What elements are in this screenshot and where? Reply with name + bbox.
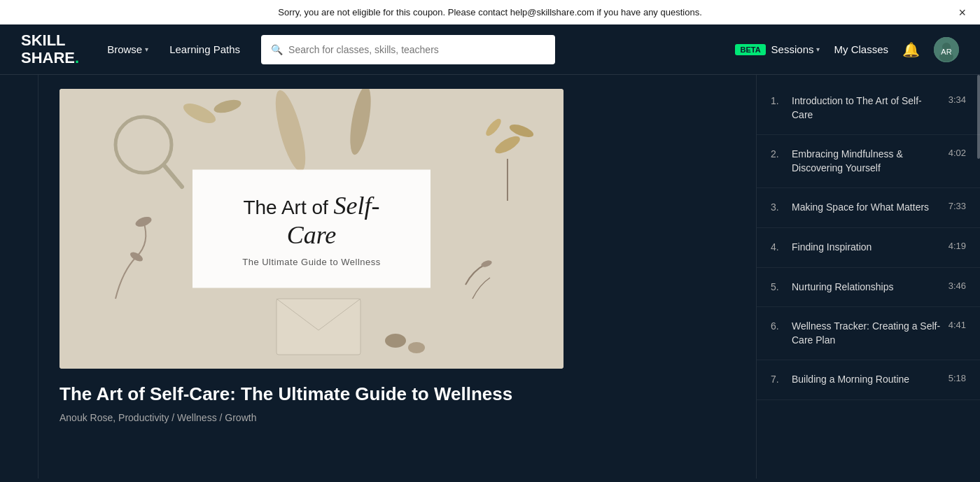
lesson-duration: 5:18: [948, 373, 966, 383]
lesson-title: Wellness Tracker: Creating a Self-Care P…: [792, 320, 941, 347]
lesson-title: Embracing Mindfulness & Discovering Your…: [792, 148, 941, 175]
video-overlay: The Art of Self-Care The Ultimate Guide …: [192, 170, 430, 288]
video-subtitle: The Ultimate Guide to Wellness: [227, 257, 396, 267]
chevron-down-icon: ▾: [816, 45, 820, 53]
video-player[interactable]: The Art of Self-Care The Ultimate Guide …: [59, 89, 564, 369]
lesson-item[interactable]: 3. Making Space for What Matters 7:33: [757, 188, 980, 228]
svg-text:AR: AR: [941, 48, 951, 56]
svg-rect-15: [276, 299, 360, 355]
svg-point-17: [385, 334, 406, 348]
header-right: BETA Sessions ▾ My Classes 🔔 AR: [735, 37, 959, 62]
svg-point-18: [408, 342, 425, 353]
lesson-title: Nurturing Relationships: [792, 281, 941, 295]
lesson-item[interactable]: 7. Building a Morning Routine 5:18: [757, 360, 980, 400]
lesson-number: 3.: [771, 201, 785, 213]
lesson-number: 4.: [771, 241, 785, 253]
nav-browse[interactable]: Browse ▾: [107, 43, 148, 55]
lesson-title: Introduction to The Art of Self-Care: [792, 94, 941, 122]
logo[interactable]: SKILL SHARE.: [21, 32, 79, 66]
course-title: The Art of Self-Care: The Ultimate Guide…: [59, 383, 735, 406]
lesson-duration: 7:33: [948, 201, 966, 211]
chevron-down-icon: ▾: [145, 45, 148, 53]
lesson-duration: 4:02: [948, 148, 966, 158]
lesson-item[interactable]: 4. Finding Inspiration 4:19: [757, 228, 980, 268]
lesson-duration: 3:46: [948, 281, 966, 291]
beta-badge: BETA: [735, 44, 765, 55]
video-title: The Art of Self-Care: [227, 191, 396, 250]
lesson-number: 5.: [771, 281, 785, 292]
video-thumbnail: The Art of Self-Care The Ultimate Guide …: [59, 89, 564, 369]
lesson-item[interactable]: 5. Nurturing Relationships 3:46: [757, 268, 980, 308]
my-classes-nav[interactable]: My Classes: [834, 43, 888, 55]
notification-icon[interactable]: 🔔: [902, 41, 920, 58]
banner-close-button[interactable]: ×: [958, 5, 966, 20]
lesson-item[interactable]: 2. Embracing Mindfulness & Discovering Y…: [757, 135, 980, 188]
main-content: The Art of Self-Care The Ultimate Guide …: [0, 75, 980, 479]
lesson-number: 6.: [771, 320, 785, 332]
search-input[interactable]: [288, 44, 545, 55]
lesson-number: 2.: [771, 148, 785, 160]
lesson-duration: 3:34: [948, 94, 966, 105]
main-nav: Browse ▾ Learning Paths: [107, 43, 240, 55]
lesson-list: 1. Introduction to The Art of Self-Care …: [757, 82, 980, 400]
header: SKILL SHARE. Browse ▾ Learning Paths 🔍 B…: [0, 24, 980, 75]
lesson-item[interactable]: 1. Introduction to The Art of Self-Care …: [757, 82, 980, 135]
lesson-panel: 1. Introduction to The Art of Self-Care …: [756, 75, 980, 479]
lesson-duration: 4:19: [948, 241, 966, 251]
search-icon: 🔍: [271, 44, 283, 55]
lesson-number: 7.: [771, 374, 785, 385]
beta-sessions-nav[interactable]: BETA Sessions ▾: [735, 43, 820, 55]
sessions-label: Sessions ▾: [771, 43, 820, 55]
lesson-duration: 4:41: [948, 320, 966, 330]
scrollbar[interactable]: [977, 75, 980, 159]
course-info: The Art of Self-Care: The Ultimate Guide…: [59, 383, 735, 423]
notification-banner: Sorry, you are not eligible for this cou…: [0, 0, 980, 24]
lesson-item[interactable]: 6. Wellness Tracker: Creating a Self-Car…: [757, 307, 980, 360]
sidebar: [0, 75, 38, 479]
lesson-title: Building a Morning Routine: [792, 373, 941, 387]
course-meta: Anouk Rose, Productivity / Wellness / Gr…: [59, 412, 735, 423]
content-area: The Art of Self-Care The Ultimate Guide …: [38, 75, 756, 479]
nav-learning-paths[interactable]: Learning Paths: [169, 43, 240, 55]
avatar[interactable]: AR: [934, 37, 959, 62]
search-bar: 🔍: [261, 35, 555, 64]
banner-message: Sorry, you are not eligible for this cou…: [278, 7, 702, 17]
lesson-title: Making Space for What Matters: [792, 201, 941, 215]
lesson-number: 1.: [771, 95, 785, 106]
lesson-title: Finding Inspiration: [792, 241, 941, 255]
